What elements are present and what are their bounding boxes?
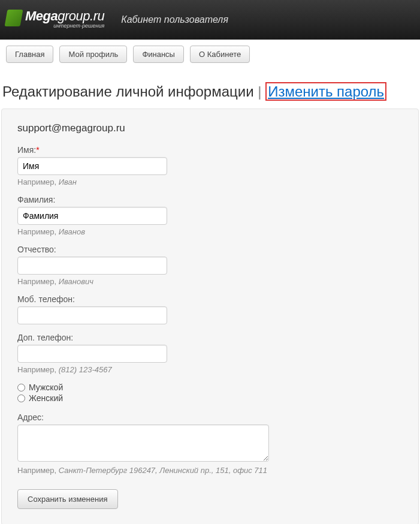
mobile-label: Моб. телефон: (17, 294, 403, 304)
mobile-input[interactable] (17, 306, 167, 324)
gender-female-row[interactable]: Женский (17, 393, 403, 403)
patronymic-input[interactable] (17, 257, 167, 275)
gender-male-radio[interactable] (17, 384, 25, 392)
form-panel: support@megagroup.ru Имя:* Например, Ива… (1, 109, 419, 524)
field-surname: Фамилия: Например, Иванов (17, 195, 403, 236)
name-label: Имя:* (17, 145, 403, 155)
page-title: Редактирование личной информации | Измен… (0, 69, 420, 109)
surname-label: Фамилия: (17, 195, 403, 204)
gender-group: Мужской Женский (17, 383, 403, 403)
title-separator: | (258, 83, 261, 100)
header-title: Кабинет пользователя (121, 14, 228, 25)
nav-profile-button[interactable]: Мой профиль (59, 46, 127, 63)
gender-male-row[interactable]: Мужской (17, 383, 403, 392)
surname-input[interactable] (17, 207, 167, 225)
change-password-link[interactable]: Изменить пароль (265, 82, 386, 101)
address-textarea[interactable] (17, 424, 269, 462)
field-extra-phone: Доп. телефон: Например, (812) 123-4567 (17, 333, 403, 374)
logo-icon (5, 10, 23, 26)
app-header: Megagroup.ru интернет-решения Кабинет по… (0, 0, 420, 40)
extra-phone-label: Доп. телефон: (17, 333, 403, 342)
field-address: Адрес: Например, Санкт-Петербург 196247,… (17, 412, 403, 475)
main-toolbar: Главная Мой профиль Финансы О Кабинете (0, 40, 420, 69)
nav-home-button[interactable]: Главная (6, 46, 53, 63)
logo[interactable]: Megagroup.ru интернет-решения (6, 8, 104, 29)
name-hint: Например, Иван (17, 177, 403, 186)
address-hint: Например, Санкт-Петербург 196247, Ленинс… (17, 466, 403, 475)
field-name: Имя:* Например, Иван (17, 145, 403, 186)
nav-about-button[interactable]: О Кабинете (190, 46, 250, 63)
address-label: Адрес: (17, 412, 403, 422)
gender-male-label: Мужской (29, 383, 63, 392)
save-button[interactable]: Сохранить изменения (17, 489, 118, 509)
nav-finance-button[interactable]: Финансы (133, 46, 184, 63)
patronymic-label: Отчество: (17, 245, 403, 254)
extra-phone-input[interactable] (17, 345, 167, 363)
logo-text: Megagroup.ru (25, 8, 104, 24)
user-email: support@megagroup.ru (17, 122, 403, 134)
extra-phone-hint: Например, (812) 123-4567 (17, 365, 403, 374)
patronymic-hint: Например, Иванович (17, 277, 403, 286)
gender-female-label: Женский (29, 393, 63, 403)
logo-tagline: интернет-решения (53, 23, 104, 29)
surname-hint: Например, Иванов (17, 227, 403, 236)
field-patronymic: Отчество: Например, Иванович (17, 245, 403, 286)
field-mobile: Моб. телефон: (17, 294, 403, 324)
name-input[interactable] (17, 157, 167, 175)
gender-female-radio[interactable] (17, 394, 25, 402)
